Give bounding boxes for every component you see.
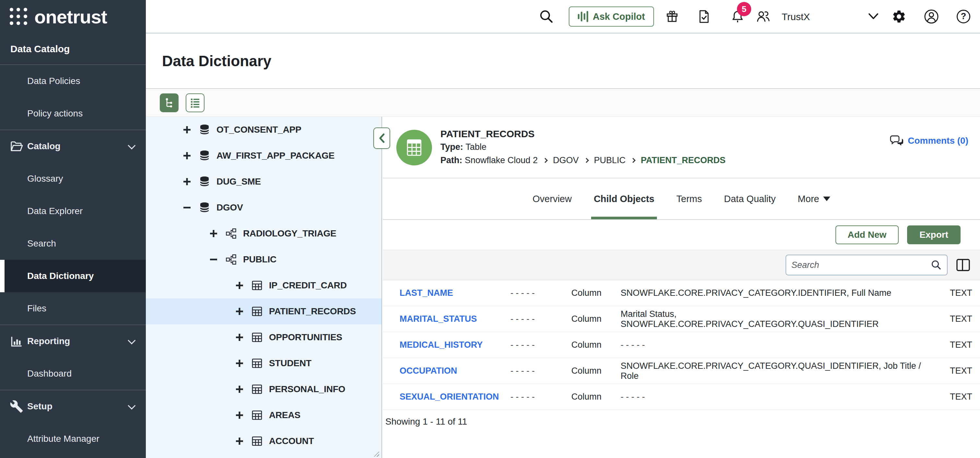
tree-item-student[interactable]: STUDENT [146, 350, 382, 376]
sidebar-group-setup[interactable]: Setup [0, 390, 146, 423]
sidebar-item-data-policies[interactable]: Data Policies [0, 65, 146, 97]
workspace-selector[interactable]: TrustX [782, 0, 810, 34]
column-name-link[interactable]: MARITAL_STATUS [399, 314, 511, 324]
column-name-link[interactable]: MEDICAL_HISTORY [399, 340, 511, 350]
list-view-toggle[interactable] [186, 93, 205, 112]
data-type-cell: TEXT [931, 314, 980, 324]
database-icon [198, 176, 211, 188]
expand-plus-icon[interactable] [181, 151, 192, 161]
table-row[interactable]: SEXUAL_ORIENTATION - - - - - Column - - … [383, 384, 980, 410]
wrench-icon [9, 399, 24, 414]
table-row[interactable]: OCCUPATION - - - - - Column SNOWFLAKE.CO… [383, 358, 980, 384]
app-name: Data Catalog [0, 34, 146, 65]
tree-item-opportunities[interactable]: OPPORTUNITIES [146, 324, 382, 350]
sidebar-item-glossary[interactable]: Glossary [0, 163, 146, 195]
tab-data-quality[interactable]: Data Quality [721, 179, 778, 219]
tree-item-label: ACCOUNT [269, 436, 314, 446]
type-value: Table [466, 142, 487, 152]
expand-plus-icon[interactable] [234, 281, 245, 290]
tree-item-dug-sme[interactable]: DUG_SME [146, 169, 382, 195]
column-name-link[interactable]: SEXUAL_ORIENTATION [399, 392, 511, 402]
comments-link[interactable]: Comments (0) [889, 135, 968, 147]
sidebar-item-files[interactable]: Files [0, 292, 146, 325]
tree-item-label: AREAS [269, 410, 301, 420]
page-title: Data Dictionary [162, 52, 271, 70]
breadcrumb-schema[interactable]: PUBLIC [594, 154, 626, 167]
add-new-button[interactable]: Add New [835, 225, 899, 244]
chevron-down-icon[interactable] [867, 10, 880, 23]
column-name-link[interactable]: OCCUPATION [399, 366, 511, 376]
pagination-summary: Showing 1 - 11 of 11 [383, 417, 980, 427]
users-icon[interactable] [756, 9, 771, 24]
collapse-minus-icon[interactable] [208, 255, 219, 264]
collapse-tree-button[interactable] [373, 128, 390, 149]
type-cell: Column [571, 314, 620, 324]
expand-plus-icon[interactable] [234, 385, 245, 394]
expand-plus-icon[interactable] [234, 410, 245, 420]
tree-item-ot-consent-app[interactable]: OT_CONSENT_APP [146, 117, 382, 143]
sidebar-item-dashboard[interactable]: Dashboard [0, 357, 146, 390]
column-name-link[interactable]: LAST_NAME [399, 288, 511, 298]
sidebar-item-label: Glossary [27, 174, 63, 184]
tab-label: Terms [676, 194, 702, 204]
tab-overview[interactable]: Overview [530, 179, 574, 219]
gift-icon[interactable] [665, 9, 679, 24]
expand-plus-icon[interactable] [234, 306, 245, 316]
expand-plus-icon[interactable] [234, 358, 245, 368]
type-cell: Column [571, 392, 620, 402]
export-button[interactable]: Export [907, 225, 961, 244]
search-icon[interactable] [931, 260, 942, 271]
sidebar-item-attribute-manager[interactable]: Attribute Manager [0, 423, 146, 455]
account-person-icon[interactable] [924, 9, 939, 24]
tree-view-toggle[interactable] [160, 93, 178, 112]
app-switcher-grid-icon[interactable] [10, 8, 28, 26]
chevron-right-icon [584, 158, 589, 163]
table-row[interactable]: MEDICAL_HISTORY - - - - - Column - - - -… [383, 332, 980, 358]
tree-item-public[interactable]: PUBLIC [146, 247, 382, 273]
tree-item-account[interactable]: ACCOUNT [146, 428, 382, 454]
tree-item-aw-first-app-package[interactable]: AW_FIRST_APP_PACKAGE [146, 143, 382, 169]
settings-gear-icon[interactable] [891, 9, 907, 24]
sidebar-group-reporting[interactable]: Reporting [0, 325, 146, 357]
expand-plus-icon[interactable] [181, 177, 192, 187]
chevron-down-icon [128, 141, 135, 149]
tree-item-dgov[interactable]: DGOV [146, 195, 382, 220]
tree-item-patient-records[interactable]: PATIENT_RECORDS [146, 298, 382, 324]
breadcrumb-database[interactable]: DGOV [553, 154, 579, 167]
tree-item-personal-info[interactable]: PERSONAL_INFO [146, 376, 382, 402]
sidebar-item-policy-actions[interactable]: Policy actions [0, 97, 146, 130]
table-row[interactable]: MARITAL_STATUS - - - - - Column Marital … [383, 306, 980, 332]
sidebar-item-data-dictionary[interactable]: Data Dictionary [0, 260, 146, 292]
tasks-document-icon[interactable] [697, 9, 711, 24]
onetrust-logo[interactable]: onetrust [34, 6, 107, 27]
tree-item-label: PUBLIC [243, 254, 277, 265]
tab-child-objects[interactable]: Child Objects [591, 179, 657, 219]
collapse-minus-icon[interactable] [181, 203, 192, 212]
schema-icon [224, 228, 238, 239]
search-icon[interactable] [539, 9, 554, 24]
tab-terms[interactable]: Terms [674, 179, 705, 219]
tree-item-ip-credit-card[interactable]: IP_CREDIT_CARD [146, 273, 382, 298]
sidebar-item-data-explorer[interactable]: Data Explorer [0, 195, 146, 227]
tree-item-areas[interactable]: AREAS [146, 402, 382, 428]
grid-search-input[interactable] [791, 260, 931, 270]
expand-plus-icon[interactable] [208, 229, 219, 238]
tree-item-label: PERSONAL_INFO [269, 384, 345, 394]
bar-chart-icon [9, 334, 24, 349]
tree-item-radiology-triage[interactable]: RADIOLOGY_TRIAGE [146, 220, 382, 247]
topbar: Ask Copilot 5 TrustX [146, 0, 980, 34]
expand-plus-icon[interactable] [181, 125, 192, 135]
sidebar-item-search[interactable]: Search [0, 227, 146, 260]
tab-more[interactable]: More [795, 179, 833, 219]
tree-item-label: STUDENT [269, 358, 312, 369]
table-row[interactable]: LAST_NAME - - - - - Column SNOWFLAKE.COR… [383, 280, 980, 306]
expand-plus-icon[interactable] [234, 436, 245, 446]
breadcrumb-connection[interactable]: Snowflake Cloud 2 [465, 154, 538, 167]
expand-plus-icon[interactable] [234, 332, 245, 342]
help-icon[interactable] [957, 10, 970, 23]
column-settings-icon[interactable] [956, 259, 970, 271]
ask-copilot-button[interactable]: Ask Copilot [569, 6, 654, 27]
sidebar-item-label: Data Explorer [27, 206, 83, 216]
chevron-right-icon [631, 158, 636, 163]
sidebar-group-catalog[interactable]: Catalog [0, 130, 146, 163]
